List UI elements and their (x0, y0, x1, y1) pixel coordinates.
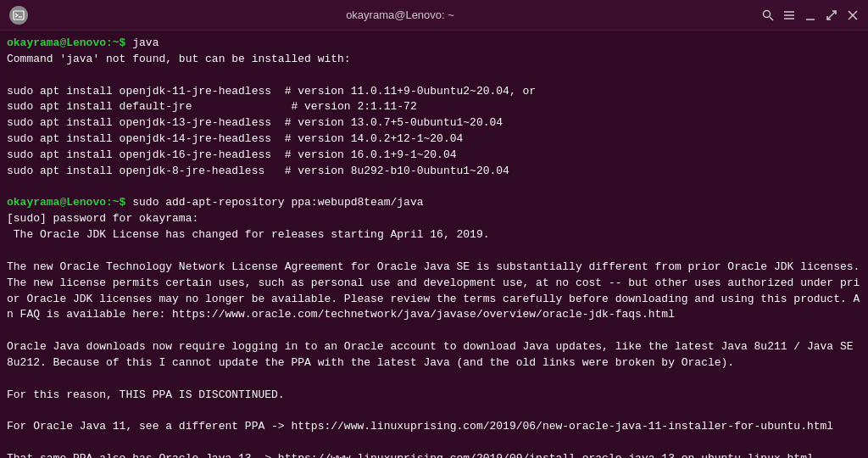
close-button[interactable] (843, 3, 861, 27)
minimize-button[interactable] (802, 3, 820, 27)
terminal-text: okayrama@Lenovo:~$ java Command 'java' n… (7, 36, 861, 458)
terminal-output[interactable]: okayrama@Lenovo:~$ java Command 'java' n… (0, 31, 868, 458)
search-button[interactable] (760, 3, 777, 27)
titlebar-controls (760, 3, 861, 27)
svg-line-3 (770, 17, 773, 20)
titlebar-title: okayrama@Lenovo: ~ (41, 8, 760, 21)
menu-button[interactable] (781, 3, 798, 27)
titlebar: okayrama@Lenovo: ~ (0, 0, 868, 31)
terminal-icon (7, 3, 31, 27)
titlebar-left (7, 3, 41, 27)
maximize-button[interactable] (822, 3, 840, 27)
svg-point-2 (764, 10, 771, 17)
avatar (9, 6, 28, 25)
